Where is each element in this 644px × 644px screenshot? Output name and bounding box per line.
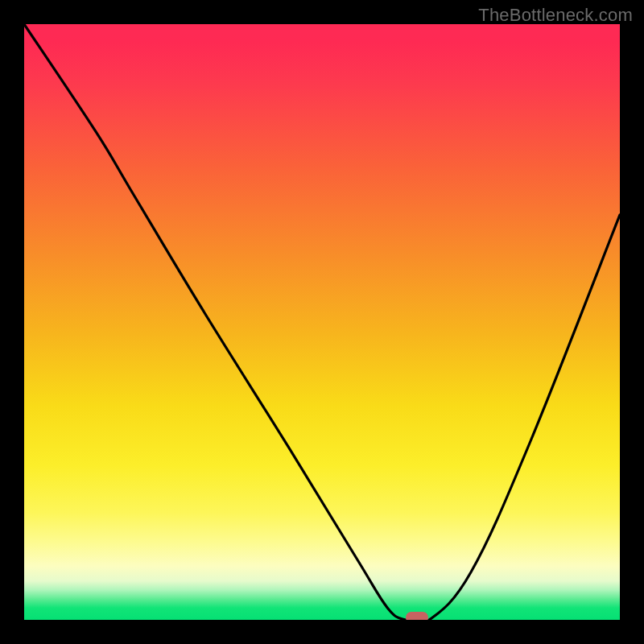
chart-frame: TheBottleneck.com xyxy=(0,0,644,644)
plot-area xyxy=(24,24,620,620)
optimum-marker xyxy=(406,612,428,620)
watermark-text: TheBottleneck.com xyxy=(478,5,633,26)
bottleneck-curve xyxy=(24,24,620,620)
